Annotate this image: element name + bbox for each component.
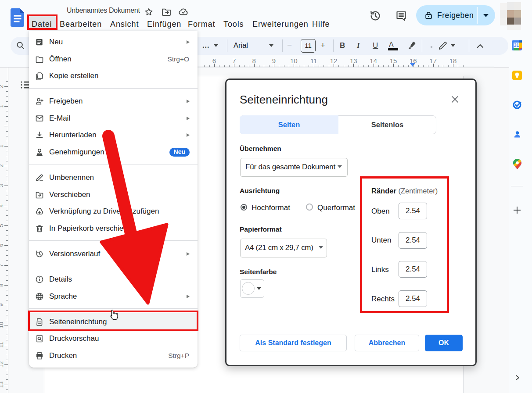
svg-text:31: 31 [514, 43, 519, 48]
